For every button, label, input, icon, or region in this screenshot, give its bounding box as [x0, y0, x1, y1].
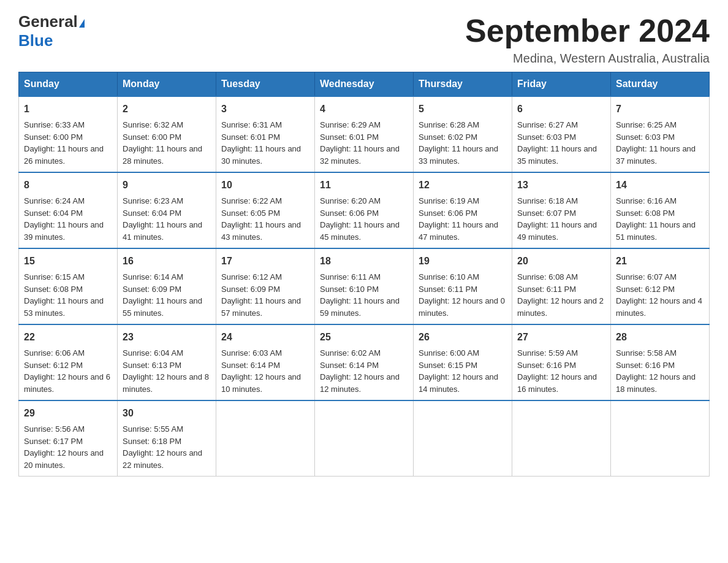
col-monday: Monday	[118, 72, 216, 97]
calendar-week-row: 15 Sunrise: 6:15 AMSunset: 6:08 PMDaylig…	[19, 248, 710, 324]
day-info: Sunrise: 6:32 AMSunset: 6:00 PMDaylight:…	[123, 120, 202, 166]
logo-blue: Blue	[18, 31, 53, 50]
day-number: 1	[24, 102, 112, 117]
day-number: 3	[221, 102, 309, 117]
table-row: 8 Sunrise: 6:24 AMSunset: 6:04 PMDayligh…	[19, 172, 118, 248]
day-number: 22	[24, 330, 112, 345]
day-info: Sunrise: 6:27 AMSunset: 6:03 PMDaylight:…	[517, 120, 597, 166]
table-row: 25 Sunrise: 6:02 AMSunset: 6:14 PMDaylig…	[315, 324, 414, 400]
day-info: Sunrise: 6:11 AMSunset: 6:10 PMDaylight:…	[320, 272, 400, 318]
col-tuesday: Tuesday	[216, 72, 315, 97]
day-number: 29	[24, 406, 112, 421]
day-number: 19	[419, 254, 507, 269]
day-info: Sunrise: 6:16 AMSunset: 6:08 PMDaylight:…	[616, 196, 696, 242]
table-row: 7 Sunrise: 6:25 AMSunset: 6:03 PMDayligh…	[611, 96, 710, 172]
day-number: 12	[419, 178, 507, 193]
day-info: Sunrise: 6:22 AMSunset: 6:05 PMDaylight:…	[221, 196, 301, 242]
table-row	[512, 400, 611, 477]
day-number: 10	[221, 178, 309, 193]
table-row: 30 Sunrise: 5:55 AMSunset: 6:18 PMDaylig…	[118, 400, 216, 477]
col-wednesday: Wednesday	[315, 72, 414, 97]
day-number: 7	[616, 102, 704, 117]
table-row: 16 Sunrise: 6:14 AMSunset: 6:09 PMDaylig…	[118, 248, 216, 324]
day-info: Sunrise: 5:58 AMSunset: 6:16 PMDaylight:…	[616, 348, 696, 394]
day-number: 21	[616, 254, 704, 269]
table-row: 17 Sunrise: 6:12 AMSunset: 6:09 PMDaylig…	[216, 248, 315, 324]
day-info: Sunrise: 6:31 AMSunset: 6:01 PMDaylight:…	[221, 120, 301, 166]
table-row: 28 Sunrise: 5:58 AMSunset: 6:16 PMDaylig…	[611, 324, 710, 400]
day-number: 17	[221, 254, 309, 269]
day-info: Sunrise: 6:33 AMSunset: 6:00 PMDaylight:…	[24, 120, 104, 166]
table-row: 24 Sunrise: 6:03 AMSunset: 6:14 PMDaylig…	[216, 324, 315, 400]
day-number: 13	[517, 178, 605, 193]
day-info: Sunrise: 6:08 AMSunset: 6:11 PMDaylight:…	[517, 272, 604, 318]
table-row: 11 Sunrise: 6:20 AMSunset: 6:06 PMDaylig…	[315, 172, 414, 248]
calendar-week-row: 29 Sunrise: 5:56 AMSunset: 6:17 PMDaylig…	[19, 400, 710, 477]
day-number: 27	[517, 330, 605, 345]
table-row: 22 Sunrise: 6:06 AMSunset: 6:12 PMDaylig…	[19, 324, 118, 400]
table-row: 26 Sunrise: 6:00 AMSunset: 6:15 PMDaylig…	[414, 324, 512, 400]
table-row: 12 Sunrise: 6:19 AMSunset: 6:06 PMDaylig…	[414, 172, 512, 248]
day-info: Sunrise: 6:20 AMSunset: 6:06 PMDaylight:…	[320, 196, 400, 242]
day-info: Sunrise: 6:29 AMSunset: 6:01 PMDaylight:…	[320, 120, 400, 166]
table-row	[216, 400, 315, 477]
location-subtitle: Medina, Western Australia, Australia	[465, 52, 710, 66]
day-info: Sunrise: 6:12 AMSunset: 6:09 PMDaylight:…	[221, 272, 301, 318]
day-info: Sunrise: 5:55 AMSunset: 6:18 PMDaylight:…	[123, 424, 202, 470]
day-info: Sunrise: 6:24 AMSunset: 6:04 PMDaylight:…	[24, 196, 104, 242]
table-row: 18 Sunrise: 6:11 AMSunset: 6:10 PMDaylig…	[315, 248, 414, 324]
day-number: 28	[616, 330, 704, 345]
calendar-week-row: 22 Sunrise: 6:06 AMSunset: 6:12 PMDaylig…	[19, 324, 710, 400]
day-number: 4	[320, 102, 408, 117]
day-number: 6	[517, 102, 605, 117]
day-number: 20	[517, 254, 605, 269]
day-number: 30	[123, 406, 211, 421]
table-row: 2 Sunrise: 6:32 AMSunset: 6:00 PMDayligh…	[118, 96, 216, 172]
day-info: Sunrise: 5:59 AMSunset: 6:16 PMDaylight:…	[517, 348, 597, 394]
day-info: Sunrise: 6:23 AMSunset: 6:04 PMDaylight:…	[123, 196, 202, 242]
day-info: Sunrise: 6:19 AMSunset: 6:06 PMDaylight:…	[419, 196, 498, 242]
table-row: 14 Sunrise: 6:16 AMSunset: 6:08 PMDaylig…	[611, 172, 710, 248]
table-row: 15 Sunrise: 6:15 AMSunset: 6:08 PMDaylig…	[19, 248, 118, 324]
day-info: Sunrise: 6:15 AMSunset: 6:08 PMDaylight:…	[24, 272, 104, 318]
day-info: Sunrise: 6:18 AMSunset: 6:07 PMDaylight:…	[517, 196, 597, 242]
day-info: Sunrise: 6:04 AMSunset: 6:13 PMDaylight:…	[123, 348, 209, 394]
table-row: 9 Sunrise: 6:23 AMSunset: 6:04 PMDayligh…	[118, 172, 216, 248]
logo: General Blue	[18, 12, 85, 50]
day-number: 24	[221, 330, 309, 345]
table-row: 4 Sunrise: 6:29 AMSunset: 6:01 PMDayligh…	[315, 96, 414, 172]
day-number: 5	[419, 102, 507, 117]
day-info: Sunrise: 6:00 AMSunset: 6:15 PMDaylight:…	[419, 348, 498, 394]
day-number: 14	[616, 178, 704, 193]
day-info: Sunrise: 6:10 AMSunset: 6:11 PMDaylight:…	[419, 272, 505, 318]
day-number: 9	[123, 178, 211, 193]
calendar-header-row: Sunday Monday Tuesday Wednesday Thursday…	[19, 72, 710, 97]
day-info: Sunrise: 6:02 AMSunset: 6:14 PMDaylight:…	[320, 348, 400, 394]
day-number: 18	[320, 254, 408, 269]
table-row	[611, 400, 710, 477]
table-row: 13 Sunrise: 6:18 AMSunset: 6:07 PMDaylig…	[512, 172, 611, 248]
col-friday: Friday	[512, 72, 611, 97]
month-title: September 2024	[465, 12, 710, 49]
day-info: Sunrise: 6:06 AMSunset: 6:12 PMDaylight:…	[24, 348, 110, 394]
day-number: 16	[123, 254, 211, 269]
col-sunday: Sunday	[19, 72, 118, 97]
day-number: 15	[24, 254, 112, 269]
calendar-table: Sunday Monday Tuesday Wednesday Thursday…	[18, 72, 710, 477]
col-saturday: Saturday	[611, 72, 710, 97]
day-number: 8	[24, 178, 112, 193]
day-info: Sunrise: 5:56 AMSunset: 6:17 PMDaylight:…	[24, 424, 104, 470]
page-header: General Blue September 2024 Medina, West…	[18, 12, 710, 66]
table-row: 23 Sunrise: 6:04 AMSunset: 6:13 PMDaylig…	[118, 324, 216, 400]
calendar-week-row: 1 Sunrise: 6:33 AMSunset: 6:00 PMDayligh…	[19, 96, 710, 172]
table-row: 20 Sunrise: 6:08 AMSunset: 6:11 PMDaylig…	[512, 248, 611, 324]
table-row	[315, 400, 414, 477]
table-row: 3 Sunrise: 6:31 AMSunset: 6:01 PMDayligh…	[216, 96, 315, 172]
table-row: 21 Sunrise: 6:07 AMSunset: 6:12 PMDaylig…	[611, 248, 710, 324]
table-row: 1 Sunrise: 6:33 AMSunset: 6:00 PMDayligh…	[19, 96, 118, 172]
table-row	[414, 400, 512, 477]
day-info: Sunrise: 6:07 AMSunset: 6:12 PMDaylight:…	[616, 272, 702, 318]
table-row: 29 Sunrise: 5:56 AMSunset: 6:17 PMDaylig…	[19, 400, 118, 477]
calendar-week-row: 8 Sunrise: 6:24 AMSunset: 6:04 PMDayligh…	[19, 172, 710, 248]
day-number: 25	[320, 330, 408, 345]
